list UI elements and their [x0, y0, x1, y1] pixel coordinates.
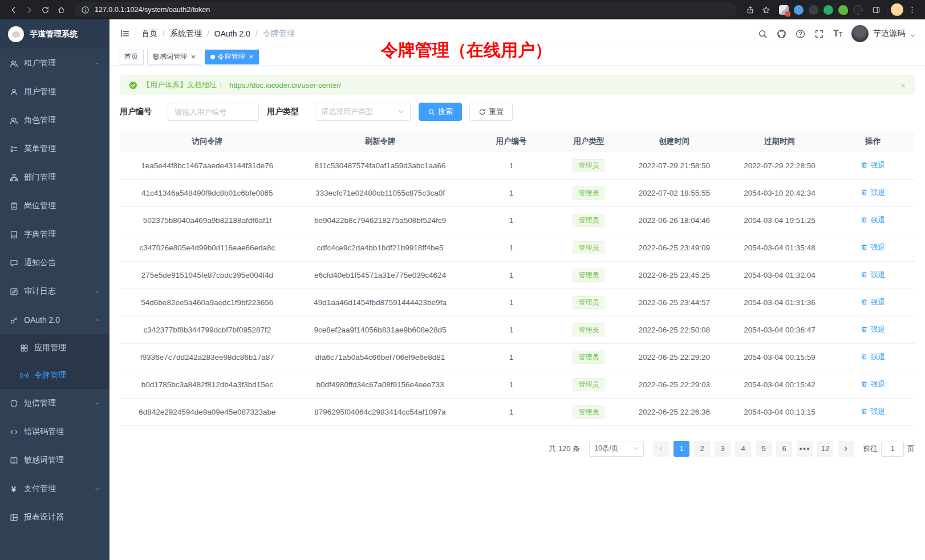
table-row: b0d1785bc3a8482f812db4a3f3bd15ecb0df4980…: [120, 371, 915, 398]
alert-close-icon[interactable]: ×: [900, 80, 906, 90]
back-icon[interactable]: [6, 2, 21, 17]
page-button-1[interactable]: 1: [674, 441, 689, 457]
force-logout-button[interactable]: 强退: [861, 188, 885, 198]
sidebar-item-role[interactable]: 角色管理: [0, 106, 109, 135]
expire-time-cell: 2054-03-04 00:15:42: [728, 371, 831, 398]
post-icon: [9, 201, 18, 210]
force-logout-button[interactable]: 强退: [861, 407, 885, 417]
sidebar-item-tenant[interactable]: 租户管理: [0, 49, 109, 78]
prev-page-button[interactable]: [653, 441, 669, 457]
chevron-down-icon: [94, 289, 100, 295]
column-header: 过期时间: [728, 131, 831, 152]
collapse-sidebar-icon[interactable]: [119, 27, 131, 40]
more-pages-button[interactable]: ●●●: [797, 441, 813, 457]
extension-icon-2[interactable]: [794, 5, 804, 15]
force-logout-button[interactable]: 强退: [861, 242, 885, 253]
user-id-cell: 1: [465, 289, 557, 316]
page-button-4[interactable]: 4: [735, 441, 751, 457]
share-icon[interactable]: [743, 2, 757, 17]
sidebar-item-report-designer[interactable]: 报表设计器: [0, 503, 109, 531]
breadcrumb-item[interactable]: 首页: [141, 29, 157, 39]
force-logout-button[interactable]: 强退: [861, 324, 885, 335]
breadcrumb-item[interactable]: OAuth 2.0: [214, 29, 250, 38]
force-logout-button[interactable]: 强退: [861, 297, 885, 307]
reset-button[interactable]: 重置: [469, 103, 513, 121]
sidebar-item-error-code[interactable]: 错误码管理: [0, 417, 109, 446]
extension-icon-1[interactable]: [779, 5, 789, 15]
breadcrumb-item: 令牌管理: [263, 29, 295, 39]
tab-close-icon[interactable]: ×: [249, 53, 254, 60]
user-menu[interactable]: 芋道源码: [851, 25, 916, 42]
extension-icon-6[interactable]: [853, 5, 863, 15]
address-bar[interactable]: 127.0.0.1:1024/system/oauth2/token: [74, 2, 737, 17]
home-icon[interactable]: [54, 2, 68, 17]
page-size-select[interactable]: 10条/页: [589, 441, 644, 457]
doc-link[interactable]: https://doc.iocoder.cn/user-center/: [229, 81, 341, 90]
extension-puzzle-icon[interactable]: [838, 5, 848, 15]
table-row: 41c41346a548490f9dc8b01c6bfe0865333ecfc7…: [120, 179, 915, 206]
bookmark-star-icon[interactable]: [758, 2, 773, 17]
app-logo[interactable]: 芋道管理系统: [0, 19, 109, 49]
sidebar-item-sms[interactable]: 短信管理: [0, 389, 109, 417]
column-header: 访问令牌: [120, 131, 295, 152]
sidebar-item-notice[interactable]: 通知公告: [0, 249, 109, 277]
browser-menu-icon[interactable]: [904, 2, 919, 17]
next-page-button[interactable]: [838, 441, 854, 457]
sidebar-item-menu[interactable]: 菜单管理: [0, 135, 109, 163]
sidebar-item-audit-log[interactable]: 审计日志: [0, 277, 109, 306]
user-id-input[interactable]: [168, 103, 259, 121]
search-button[interactable]: 搜索: [419, 103, 462, 121]
page-button-2[interactable]: 2: [694, 441, 710, 457]
fullscreen-icon[interactable]: [814, 29, 824, 39]
site-info-icon[interactable]: [80, 5, 90, 15]
goto-suffix: 页: [907, 444, 915, 454]
sidebar-item-oauth2[interactable]: OAuth 2.0: [0, 306, 109, 334]
sidebar-item-sensitive-word[interactable]: 敏感词管理: [0, 446, 109, 474]
github-icon[interactable]: [777, 29, 786, 39]
sidebar-item-pay[interactable]: ¥支付管理: [0, 474, 109, 503]
force-logout-button[interactable]: 强退: [861, 270, 885, 280]
force-logout-button[interactable]: 强退: [861, 352, 885, 362]
refresh-token-cell: e6cfd40eb1f54571a31e775e039c4624: [295, 261, 466, 289]
goto-page-input[interactable]: [881, 441, 904, 457]
sidebar-subitem-oauth2-app[interactable]: 应用管理: [0, 334, 109, 362]
extension-icon-4[interactable]: [823, 5, 833, 15]
force-logout-button[interactable]: 强退: [861, 379, 885, 389]
sidebar-item-user[interactable]: 用户管理: [0, 78, 109, 106]
expire-time-cell: 2054-03-04 01:31:36: [728, 289, 831, 316]
sidebar-subitem-oauth2-token[interactable]: 令牌管理: [0, 362, 109, 389]
tab-sensitive-word[interactable]: 敏感词管理×: [147, 50, 201, 64]
tab-close-icon[interactable]: ×: [191, 53, 196, 60]
user-type-select[interactable]: 请选择用户类型: [315, 103, 411, 121]
user-id-cell: 1: [465, 152, 557, 179]
dict-icon: [9, 230, 18, 239]
trash-icon: [861, 408, 868, 415]
search-icon[interactable]: [758, 29, 768, 39]
side-panel-icon[interactable]: [869, 2, 883, 17]
sidebar-item-dict[interactable]: 字典管理: [0, 220, 109, 249]
font-size-icon[interactable]: TT: [833, 29, 842, 38]
table-row: 502375b8040a469a9b82188afdf6af1fbe90422b…: [120, 206, 915, 234]
force-logout-button[interactable]: 强退: [861, 160, 885, 171]
page-button-6[interactable]: 6: [776, 441, 792, 457]
table-row: f9336e7c7dd242a283ee98dc86b17a87dfa6c71a…: [120, 343, 915, 371]
tab-token[interactable]: 令牌管理×: [205, 50, 259, 64]
sidebar-item-post[interactable]: 岗位管理: [0, 192, 109, 220]
page-button-5[interactable]: 5: [756, 441, 772, 457]
force-logout-button[interactable]: 强退: [861, 215, 885, 225]
extension-icon-3[interactable]: [809, 5, 818, 15]
created-time-cell: 2022-06-25 23:45:25: [620, 261, 728, 289]
reload-icon[interactable]: [38, 2, 52, 17]
tab-home[interactable]: 首页: [119, 50, 144, 64]
page-button-12[interactable]: 12: [817, 441, 833, 457]
help-icon[interactable]: [796, 29, 805, 39]
main-area: 首页/系统管理/OAuth 2.0/令牌管理 TT 芋道源码 首页敏感词管理×令…: [109, 19, 925, 560]
breadcrumb-item[interactable]: 系统管理: [170, 29, 202, 39]
page-button-3[interactable]: 3: [715, 441, 731, 457]
trash-icon: [861, 353, 868, 360]
sidebar-item-dept[interactable]: 部门管理: [0, 163, 109, 192]
access-token-cell: b0d1785bc3a8482f812db4a3f3bd15ec: [120, 371, 295, 398]
active-tab-dot: [210, 55, 215, 59]
browser-profile-avatar[interactable]: [891, 3, 903, 16]
forward-icon[interactable]: [22, 2, 36, 17]
